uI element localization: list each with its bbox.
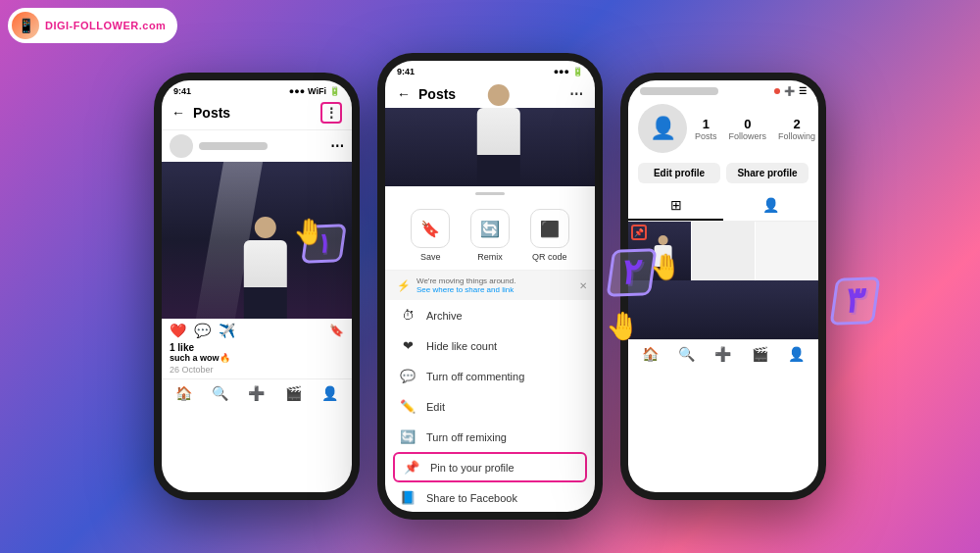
notice-link[interactable]: See where to share and link xyxy=(416,285,515,294)
tagged-tab[interactable]: 👤 xyxy=(723,191,818,221)
phone-2-title: Posts xyxy=(418,86,486,102)
hand-cursor-3: 🤚 xyxy=(650,252,681,282)
post-avatar xyxy=(170,134,193,158)
phone-1: 9:41 ●●● WiFi 🔋 ← Posts ⋮ ⋯ xyxy=(154,73,360,500)
nav-add-3[interactable]: ➕ xyxy=(714,346,731,362)
nav-search-3[interactable]: 🔍 xyxy=(678,346,695,362)
remix-label: Remix xyxy=(477,252,503,262)
posts-count: 1 xyxy=(695,117,717,131)
share-facebook-label: Share to Facebook xyxy=(426,492,517,504)
profile-stats: 1 Posts 0 Followers 2 Following xyxy=(695,117,815,141)
like-button[interactable]: ❤️ xyxy=(170,323,186,338)
pin-to-profile-item[interactable]: 📌 Pin to your profile xyxy=(393,452,587,482)
save-button-1[interactable]: 🔖 xyxy=(329,324,344,337)
watermark-text: DIGI-FOLLOWER.com xyxy=(45,20,166,31)
nav-home-3[interactable]: 🏠 xyxy=(642,346,659,362)
notice-text: We're moving things around. xyxy=(416,276,515,285)
qrcode-action[interactable]: ⬛ QR code xyxy=(530,209,569,262)
phone-3-screen: ➕ ☰ 👤 1 Posts 0 Followers xyxy=(628,80,818,492)
status-bar-3: ➕ ☰ xyxy=(628,80,818,98)
bottom-nav-3: 🏠 🔍 ➕ 🎬 👤 xyxy=(628,339,818,366)
post-more[interactable]: ⋯ xyxy=(330,138,344,154)
profile-buttons: Edit profile Share profile xyxy=(628,159,818,187)
phone-2: 9:41 ●●● 🔋 ← Posts ⋯ xyxy=(377,53,603,520)
profile-stats-row: 👤 1 Posts 0 Followers 2 Following xyxy=(628,98,818,159)
hand-cursor-2: 🤚 xyxy=(606,310,640,342)
post-date: 26 October xyxy=(162,365,352,378)
bottom-nav-1: 🏠 🔍 ➕ 🎬 👤 xyxy=(162,378,352,405)
share-profile-button[interactable]: Share profile xyxy=(726,163,808,183)
grid-tab[interactable]: ⊞ xyxy=(628,191,723,221)
step-badge-2: ۲ xyxy=(610,249,654,296)
status-bar-1: 9:41 ●●● WiFi 🔋 xyxy=(162,80,352,98)
notice-close[interactable]: ✕ xyxy=(579,280,587,291)
edit-icon: ✏️ xyxy=(399,399,416,414)
hide-likes-item[interactable]: ❤ Hide like count xyxy=(385,330,595,361)
share-button[interactable]: ✈️ xyxy=(219,323,235,338)
posts-label: Posts xyxy=(695,131,717,141)
watermark-icon: 📱 xyxy=(12,12,39,39)
hide-likes-label: Hide like count xyxy=(426,340,497,352)
remixing-icon: 🔄 xyxy=(399,429,416,444)
save-action[interactable]: 🔖 Save xyxy=(411,209,450,262)
turn-off-commenting-label: Turn off commenting xyxy=(426,371,524,382)
remix-action[interactable]: 🔄 Remix xyxy=(470,209,510,262)
pin-icon: 📌 xyxy=(403,460,420,475)
qrcode-label: QR code xyxy=(532,252,567,262)
post-username xyxy=(199,142,268,150)
phone-1-title: Posts xyxy=(193,105,313,121)
profile-avatar: 👤 xyxy=(638,104,687,153)
share-facebook-item[interactable]: 📘 Share to Facebook xyxy=(385,482,595,512)
commenting-icon: 💬 xyxy=(399,369,416,383)
save-label: Save xyxy=(420,252,441,262)
archive-item[interactable]: ⏱ Archive xyxy=(385,300,595,330)
following-label: Following xyxy=(778,131,815,141)
post-thumb-2 xyxy=(385,108,595,186)
more-options-button-1[interactable]: ⋮ xyxy=(320,102,342,124)
facebook-icon: 📘 xyxy=(399,490,416,505)
pin-indicator: 📌 xyxy=(631,225,647,240)
grid-item-2[interactable] xyxy=(692,222,755,280)
post-more-2[interactable]: ⋯ xyxy=(569,86,583,102)
following-count: 2 xyxy=(778,117,815,131)
back-button-2[interactable]: ← xyxy=(397,86,411,102)
watermark: 📱 DIGI-FOLLOWER.com xyxy=(8,8,177,43)
turn-off-remixing-item[interactable]: 🔄 Turn off remixing xyxy=(385,422,595,452)
notification-dot xyxy=(774,88,780,94)
action-buttons-row: 🔖 Save 🔄 Remix ⬛ QR code xyxy=(385,201,595,271)
back-button-1[interactable]: ← xyxy=(172,105,185,121)
nav-profile[interactable]: 👤 xyxy=(321,385,338,401)
nav-reels[interactable]: 🎬 xyxy=(285,385,302,401)
nav-search[interactable]: 🔍 xyxy=(212,385,228,401)
nav-reels-3[interactable]: 🎬 xyxy=(752,346,768,362)
archive-icon: ⏱ xyxy=(399,308,416,323)
nav-profile-3[interactable]: 👤 xyxy=(788,346,805,362)
archive-label: Archive xyxy=(426,310,463,322)
profile-username-bar xyxy=(640,87,718,95)
drag-handle xyxy=(475,192,505,195)
phone-1-screen: 9:41 ●●● WiFi 🔋 ← Posts ⋮ ⋯ xyxy=(162,80,352,492)
turn-off-commenting-item[interactable]: 💬 Turn off commenting xyxy=(385,361,595,391)
post-actions[interactable]: ❤️ 💬 ✈️ 🔖 xyxy=(162,319,352,342)
comment-button[interactable]: 💬 xyxy=(194,323,211,338)
nav-add[interactable]: ➕ xyxy=(248,385,265,401)
caption: such a wow🔥 xyxy=(162,353,352,365)
edit-profile-button[interactable]: Edit profile xyxy=(638,163,720,183)
notice-icon: ⚡ xyxy=(397,279,411,292)
phones-container: 9:41 ●●● WiFi 🔋 ← Posts ⋮ ⋯ xyxy=(0,0,980,553)
pin-label: Pin to your profile xyxy=(430,462,514,474)
qrcode-icon: ⬛ xyxy=(530,209,569,248)
profile-tabs: ⊞ 👤 xyxy=(628,191,818,222)
nav-home[interactable]: 🏠 xyxy=(175,385,192,401)
posts-stat: 1 Posts xyxy=(695,117,717,141)
step-badge-1: ۱ xyxy=(304,225,344,263)
post-user-row: ⋯ xyxy=(162,130,352,162)
step-badge-3: ۳ xyxy=(833,277,877,325)
followers-label: Followers xyxy=(729,131,767,141)
save-icon: 🔖 xyxy=(411,209,450,248)
edit-label: Edit xyxy=(426,401,445,413)
grid-item-4[interactable] xyxy=(628,280,818,339)
edit-item[interactable]: ✏️ Edit xyxy=(385,391,595,422)
hide-likes-icon: ❤ xyxy=(399,338,416,353)
grid-item-3[interactable] xyxy=(756,222,818,280)
